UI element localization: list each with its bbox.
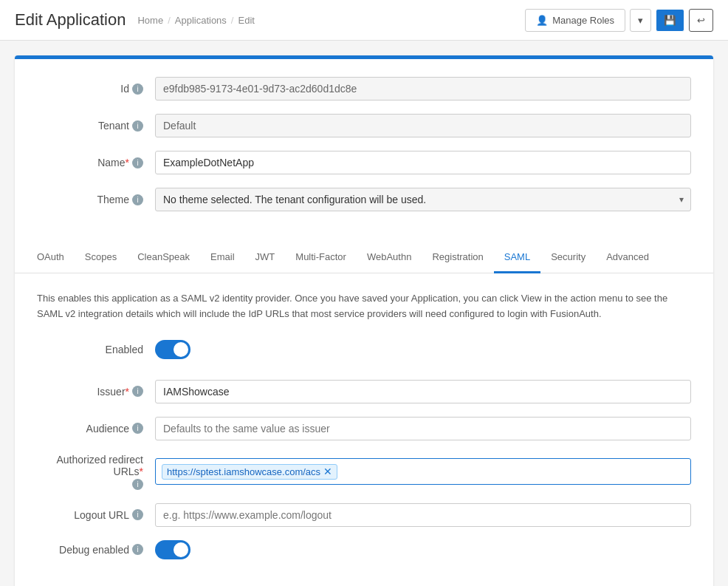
redirect-url-tag-text: https://sptest.iamshowcase.com/acs bbox=[167, 466, 320, 477]
tab-saml[interactable]: SAML bbox=[494, 242, 540, 273]
theme-row: Theme i No theme selected. The tenant co… bbox=[37, 188, 691, 211]
theme-select[interactable]: No theme selected. The tenant configurat… bbox=[155, 188, 691, 211]
tab-scopes[interactable]: Scopes bbox=[75, 242, 127, 273]
tab-multi-factor[interactable]: Multi-Factor bbox=[285, 242, 357, 273]
id-label: Id i bbox=[37, 83, 155, 95]
tab-webauthn[interactable]: WebAuthn bbox=[357, 242, 422, 273]
redirect-url-tag-input[interactable] bbox=[342, 466, 684, 477]
id-row: Id i bbox=[37, 77, 691, 100]
tab-jwt[interactable]: JWT bbox=[245, 242, 286, 273]
breadcrumb-applications[interactable]: Applications bbox=[175, 15, 227, 26]
name-info-icon[interactable]: i bbox=[132, 157, 143, 168]
name-row: Name* i bbox=[37, 151, 691, 174]
authorized-redirect-row: Authorized redirect URLs* i https://spte… bbox=[37, 454, 691, 490]
chevron-down-icon: ▾ bbox=[638, 15, 643, 26]
enabled-toggle[interactable] bbox=[155, 340, 190, 359]
tab-oauth[interactable]: OAuth bbox=[27, 242, 75, 273]
audience-info-icon[interactable]: i bbox=[132, 423, 143, 434]
tenant-label: Tenant i bbox=[37, 120, 155, 132]
header: Edit Application Home / Applications / E… bbox=[0, 0, 728, 41]
issuer-field[interactable] bbox=[155, 380, 691, 403]
debug-enabled-row: Debug enabled i bbox=[37, 540, 691, 559]
debug-enabled-info-icon[interactable]: i bbox=[132, 544, 143, 555]
tab-cleanspeak[interactable]: CleanSpeak bbox=[127, 242, 200, 273]
logout-url-info-icon[interactable]: i bbox=[132, 509, 143, 520]
manage-roles-dropdown-button[interactable]: ▾ bbox=[630, 9, 651, 32]
breadcrumb-sep-2: / bbox=[231, 15, 234, 26]
tab-advanced[interactable]: Advanced bbox=[596, 242, 659, 273]
tenant-row: Tenant i bbox=[37, 114, 691, 137]
name-label: Name* i bbox=[37, 157, 155, 168]
manage-roles-icon: 👤 bbox=[536, 15, 548, 26]
redirect-url-remove-button[interactable]: ✕ bbox=[323, 466, 332, 477]
saml-tab-content: This enables this application as a SAML … bbox=[15, 273, 713, 586]
tab-registration[interactable]: Registration bbox=[422, 242, 493, 273]
authorized-redirect-label: Authorized redirect URLs* i bbox=[37, 454, 155, 490]
tenant-info-icon[interactable]: i bbox=[132, 120, 143, 132]
form-section: Id i Tenant i Name* i bbox=[15, 59, 713, 242]
toggle-slider bbox=[155, 340, 190, 359]
debug-enabled-toggle[interactable] bbox=[155, 540, 190, 559]
enabled-row: Enabled bbox=[37, 340, 691, 359]
theme-info-icon[interactable]: i bbox=[132, 194, 143, 205]
back-button[interactable]: ↩ bbox=[689, 9, 713, 32]
issuer-row: Issuer* i bbox=[37, 380, 691, 403]
id-field[interactable] bbox=[155, 77, 691, 100]
redirect-url-tag: https://sptest.iamshowcase.com/acs ✕ bbox=[162, 464, 337, 480]
logout-url-label: Logout URL i bbox=[37, 509, 155, 521]
breadcrumb-sep-1: / bbox=[168, 15, 171, 26]
debug-toggle-slider bbox=[155, 540, 190, 559]
breadcrumb-current: Edit bbox=[238, 15, 254, 26]
application-card: Id i Tenant i Name* i bbox=[15, 55, 713, 586]
enabled-label: Enabled bbox=[37, 344, 155, 355]
theme-label: Theme i bbox=[37, 194, 155, 205]
issuer-info-icon[interactable]: i bbox=[132, 386, 143, 397]
main-content: Id i Tenant i Name* i bbox=[0, 41, 728, 586]
page-title: Edit Application bbox=[15, 10, 126, 30]
manage-roles-button[interactable]: 👤 Manage Roles bbox=[525, 9, 625, 32]
logout-url-field[interactable] bbox=[155, 503, 691, 527]
logout-url-row: Logout URL i bbox=[37, 503, 691, 527]
name-field[interactable] bbox=[155, 151, 691, 174]
save-icon: 💾 bbox=[664, 15, 676, 26]
theme-select-wrapper: No theme selected. The tenant configurat… bbox=[155, 188, 691, 211]
authorized-redirect-info-icon[interactable]: i bbox=[132, 479, 143, 490]
save-button[interactable]: 💾 bbox=[656, 9, 684, 32]
audience-row: Audience i bbox=[37, 417, 691, 440]
back-icon: ↩ bbox=[697, 15, 705, 26]
tenant-field[interactable] bbox=[155, 114, 691, 137]
tab-security[interactable]: Security bbox=[540, 242, 596, 273]
audience-label: Audience i bbox=[37, 423, 155, 435]
saml-info-text: This enables this application as a SAML … bbox=[37, 291, 691, 322]
tab-email[interactable]: Email bbox=[200, 242, 245, 273]
breadcrumb-home[interactable]: Home bbox=[137, 15, 163, 26]
debug-enabled-label: Debug enabled i bbox=[37, 544, 155, 556]
issuer-label: Issuer* i bbox=[37, 386, 155, 398]
header-actions: 👤 Manage Roles ▾ 💾 ↩ bbox=[525, 9, 713, 32]
id-info-icon[interactable]: i bbox=[132, 84, 143, 95]
audience-field[interactable] bbox=[155, 417, 691, 440]
breadcrumb: Home / Applications / Edit bbox=[137, 15, 254, 26]
manage-roles-label: Manage Roles bbox=[552, 15, 614, 26]
authorized-redirect-input[interactable]: https://sptest.iamshowcase.com/acs ✕ bbox=[155, 458, 691, 485]
tabs-bar: OAuth Scopes CleanSpeak Email JWT Multi-… bbox=[15, 242, 713, 273]
